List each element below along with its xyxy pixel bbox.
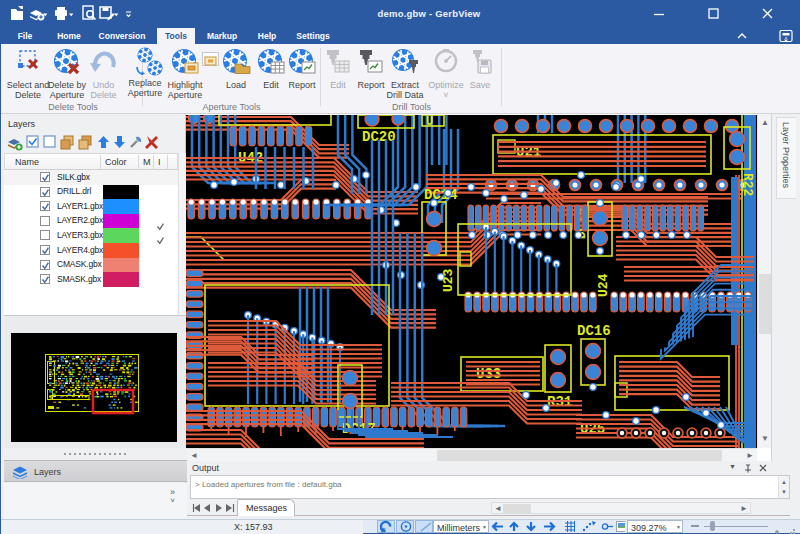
svg-text:U24: U24 [596,273,611,297]
svg-text:U23: U23 [441,268,456,292]
svg-text:DC16: DC16 [577,323,611,339]
svg-text:U: U [426,115,433,129]
svg-text:DC14: DC14 [424,187,458,203]
svg-text:R22: R22 [740,173,755,197]
